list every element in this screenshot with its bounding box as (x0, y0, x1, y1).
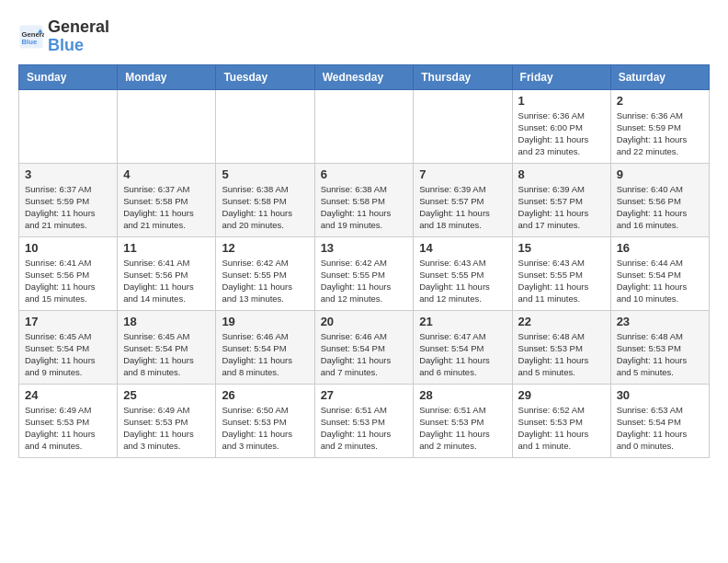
day-cell: 16Sunrise: 6:44 AM Sunset: 5:54 PM Dayli… (610, 236, 709, 310)
day-number: 11 (123, 241, 210, 255)
day-info: Sunrise: 6:46 AM Sunset: 5:54 PM Dayligh… (222, 330, 308, 379)
day-info: Sunrise: 6:43 AM Sunset: 5:55 PM Dayligh… (419, 257, 506, 305)
day-cell: 17Sunrise: 6:45 AM Sunset: 5:54 PM Dayli… (19, 310, 118, 384)
day-cell: 21Sunrise: 6:47 AM Sunset: 5:54 PM Dayli… (414, 310, 512, 384)
day-info: Sunrise: 6:48 AM Sunset: 5:53 PM Dayligh… (617, 330, 703, 379)
day-info: Sunrise: 6:40 AM Sunset: 5:56 PM Dayligh… (617, 183, 703, 232)
day-cell: 11Sunrise: 6:41 AM Sunset: 5:56 PM Dayli… (118, 236, 216, 310)
day-cell: 5Sunrise: 6:38 AM Sunset: 5:58 PM Daylig… (216, 163, 314, 236)
day-number: 16 (617, 241, 703, 255)
day-number: 25 (123, 388, 210, 402)
calendar-table: SundayMondayTuesdayWednesdayThursdayFrid… (18, 64, 710, 458)
day-number: 21 (419, 315, 506, 328)
day-info: Sunrise: 6:37 AM Sunset: 5:59 PM Dayligh… (25, 183, 111, 232)
day-cell: 24Sunrise: 6:49 AM Sunset: 5:53 PM Dayli… (19, 384, 118, 457)
day-number: 22 (518, 315, 605, 328)
day-cell (19, 89, 118, 163)
day-info: Sunrise: 6:38 AM Sunset: 5:58 PM Dayligh… (222, 183, 308, 232)
day-cell (118, 89, 216, 163)
day-cell: 13Sunrise: 6:42 AM Sunset: 5:55 PM Dayli… (314, 236, 414, 310)
day-cell: 1Sunrise: 6:36 AM Sunset: 6:00 PM Daylig… (512, 89, 610, 163)
day-info: Sunrise: 6:51 AM Sunset: 5:53 PM Dayligh… (419, 404, 506, 453)
day-info: Sunrise: 6:45 AM Sunset: 5:54 PM Dayligh… (123, 330, 210, 379)
day-cell: 4Sunrise: 6:37 AM Sunset: 5:58 PM Daylig… (118, 163, 216, 236)
day-cell: 19Sunrise: 6:46 AM Sunset: 5:54 PM Dayli… (216, 310, 314, 384)
weekday-header-wednesday: Wednesday (314, 64, 414, 89)
day-cell: 12Sunrise: 6:42 AM Sunset: 5:55 PM Dayli… (216, 236, 314, 310)
day-number: 26 (222, 388, 308, 402)
day-number: 19 (222, 315, 308, 328)
weekday-header-monday: Monday (118, 64, 216, 89)
day-cell (314, 89, 414, 163)
weekday-header-tuesday: Tuesday (216, 64, 314, 89)
day-number: 3 (25, 167, 111, 181)
week-row-1: 1Sunrise: 6:36 AM Sunset: 6:00 PM Daylig… (19, 89, 710, 163)
day-info: Sunrise: 6:53 AM Sunset: 5:54 PM Dayligh… (617, 404, 703, 453)
day-cell: 14Sunrise: 6:43 AM Sunset: 5:55 PM Dayli… (414, 236, 512, 310)
day-cell (414, 89, 512, 163)
day-info: Sunrise: 6:46 AM Sunset: 5:54 PM Dayligh… (321, 330, 408, 379)
weekday-header-friday: Friday (512, 64, 610, 89)
day-number: 30 (617, 388, 703, 402)
day-cell: 23Sunrise: 6:48 AM Sunset: 5:53 PM Dayli… (610, 310, 709, 384)
header: General Blue GeneralBlue (18, 18, 710, 55)
day-cell: 28Sunrise: 6:51 AM Sunset: 5:53 PM Dayli… (414, 384, 512, 457)
day-info: Sunrise: 6:39 AM Sunset: 5:57 PM Dayligh… (419, 183, 506, 232)
day-info: Sunrise: 6:36 AM Sunset: 6:00 PM Dayligh… (518, 109, 605, 158)
day-info: Sunrise: 6:43 AM Sunset: 5:55 PM Dayligh… (518, 257, 605, 305)
day-number: 13 (321, 241, 408, 255)
day-info: Sunrise: 6:51 AM Sunset: 5:53 PM Dayligh… (321, 404, 408, 453)
day-number: 10 (25, 241, 111, 255)
day-info: Sunrise: 6:47 AM Sunset: 5:54 PM Dayligh… (419, 330, 506, 379)
weekday-header-thursday: Thursday (414, 64, 512, 89)
day-number: 29 (518, 388, 605, 402)
day-info: Sunrise: 6:48 AM Sunset: 5:53 PM Dayligh… (518, 330, 605, 379)
day-info: Sunrise: 6:42 AM Sunset: 5:55 PM Dayligh… (222, 257, 308, 305)
svg-text:Blue: Blue (22, 38, 38, 46)
day-number: 14 (419, 241, 506, 255)
day-number: 1 (518, 94, 605, 108)
day-info: Sunrise: 6:52 AM Sunset: 5:53 PM Dayligh… (518, 404, 605, 453)
day-number: 2 (617, 94, 703, 108)
day-number: 15 (518, 241, 605, 255)
day-number: 7 (419, 167, 506, 181)
day-cell: 27Sunrise: 6:51 AM Sunset: 5:53 PM Dayli… (314, 384, 414, 457)
day-cell: 18Sunrise: 6:45 AM Sunset: 5:54 PM Dayli… (118, 310, 216, 384)
logo-icon: General Blue (18, 24, 44, 50)
day-cell: 29Sunrise: 6:52 AM Sunset: 5:53 PM Dayli… (512, 384, 610, 457)
day-cell: 25Sunrise: 6:49 AM Sunset: 5:53 PM Dayli… (118, 384, 216, 457)
day-info: Sunrise: 6:45 AM Sunset: 5:54 PM Dayligh… (25, 330, 111, 379)
day-info: Sunrise: 6:39 AM Sunset: 5:57 PM Dayligh… (518, 183, 605, 232)
day-cell: 3Sunrise: 6:37 AM Sunset: 5:59 PM Daylig… (19, 163, 118, 236)
day-number: 4 (123, 167, 210, 181)
day-info: Sunrise: 6:38 AM Sunset: 5:58 PM Dayligh… (321, 183, 408, 232)
day-number: 12 (222, 241, 308, 255)
day-number: 24 (25, 388, 111, 402)
day-info: Sunrise: 6:36 AM Sunset: 5:59 PM Dayligh… (617, 109, 703, 158)
day-number: 8 (518, 167, 605, 181)
day-number: 23 (617, 315, 703, 328)
day-info: Sunrise: 6:50 AM Sunset: 5:53 PM Dayligh… (222, 404, 308, 453)
day-cell: 30Sunrise: 6:53 AM Sunset: 5:54 PM Dayli… (610, 384, 709, 457)
week-row-4: 17Sunrise: 6:45 AM Sunset: 5:54 PM Dayli… (19, 310, 710, 384)
day-number: 18 (123, 315, 210, 328)
weekday-header-row: SundayMondayTuesdayWednesdayThursdayFrid… (19, 64, 710, 89)
day-cell: 7Sunrise: 6:39 AM Sunset: 5:57 PM Daylig… (414, 163, 512, 236)
day-cell: 20Sunrise: 6:46 AM Sunset: 5:54 PM Dayli… (314, 310, 414, 384)
day-cell: 15Sunrise: 6:43 AM Sunset: 5:55 PM Dayli… (512, 236, 610, 310)
day-info: Sunrise: 6:37 AM Sunset: 5:58 PM Dayligh… (123, 183, 210, 232)
week-row-5: 24Sunrise: 6:49 AM Sunset: 5:53 PM Dayli… (19, 384, 710, 457)
day-info: Sunrise: 6:49 AM Sunset: 5:53 PM Dayligh… (25, 404, 111, 453)
day-number: 17 (25, 315, 111, 328)
day-number: 5 (222, 167, 308, 181)
day-cell: 26Sunrise: 6:50 AM Sunset: 5:53 PM Dayli… (216, 384, 314, 457)
day-number: 20 (321, 315, 408, 328)
day-cell: 10Sunrise: 6:41 AM Sunset: 5:56 PM Dayli… (19, 236, 118, 310)
day-number: 6 (321, 167, 408, 181)
day-info: Sunrise: 6:49 AM Sunset: 5:53 PM Dayligh… (123, 404, 210, 453)
weekday-header-saturday: Saturday (610, 64, 709, 89)
day-number: 28 (419, 388, 506, 402)
week-row-3: 10Sunrise: 6:41 AM Sunset: 5:56 PM Dayli… (19, 236, 710, 310)
day-info: Sunrise: 6:42 AM Sunset: 5:55 PM Dayligh… (321, 257, 408, 305)
day-cell (216, 89, 314, 163)
